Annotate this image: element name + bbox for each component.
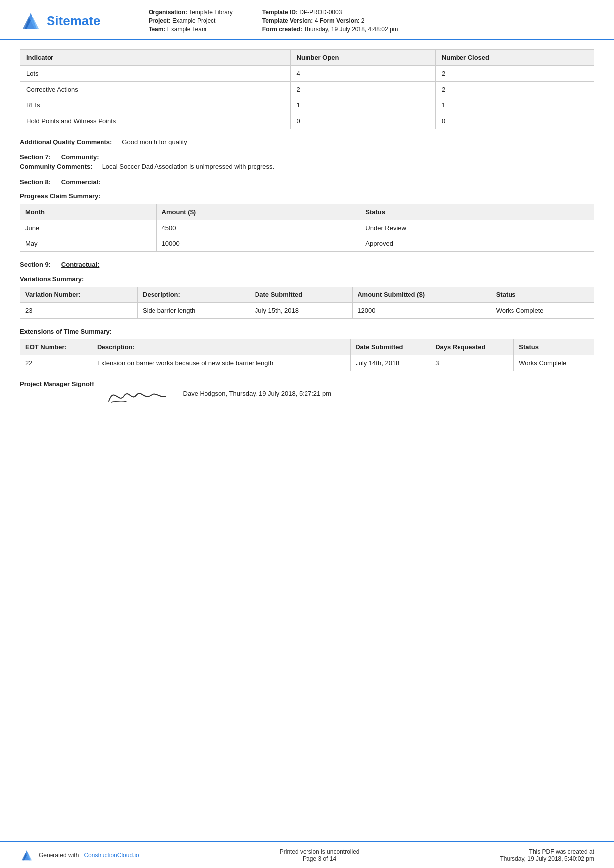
header: Sitemate Organisation: Template Library … (0, 0, 614, 40)
indicator-cell: Corrective Actions (20, 82, 291, 97)
var-num-cell: 23 (20, 303, 138, 319)
var-desc-cell: Side barrier length (138, 303, 250, 319)
footer-logo-icon (20, 848, 34, 862)
eot-desc-header: Description: (92, 339, 351, 355)
indicator-cell: RFIs (20, 97, 291, 113)
section9-header: Section 9: Contractual: (20, 261, 594, 268)
eot-status-cell: Works Complete (514, 355, 594, 371)
header-meta-left: Organisation: Template Library Project: … (149, 9, 233, 33)
signoff-row: Project Manager Signoff Dave Hodgson, Th… (20, 380, 594, 410)
amount-cell: 10000 (156, 236, 360, 252)
header-meta: Organisation: Template Library Project: … (129, 9, 594, 33)
form-created-line: Form created: Thursday, 19 July 2018, 4:… (262, 26, 398, 33)
indicator-table: Indicator Number Open Number Closed Lots… (20, 49, 594, 129)
month-cell: May (20, 236, 157, 252)
open-cell: 2 (290, 82, 435, 97)
table-row: Corrective Actions 2 2 (20, 82, 594, 97)
var-num-header: Variation Number: (20, 287, 138, 303)
table-row: May 10000 Approved (20, 236, 594, 252)
eot-date-cell: July 14th, 2018 (351, 355, 430, 371)
footer-generated-text: Generated with (39, 852, 79, 859)
eot-date-header: Date Submitted (351, 339, 430, 355)
var-date-cell: July 15th, 2018 (250, 303, 352, 319)
var-status-cell: Works Complete (491, 303, 594, 319)
table-row: Hold Points and Witness Points 0 0 (20, 113, 594, 129)
number-closed-col-header: Number Closed (435, 50, 594, 66)
status-cell: Under Review (360, 220, 594, 236)
sitemate-logo-icon (20, 10, 42, 32)
table-row: RFIs 1 1 (20, 97, 594, 113)
logo-area: Sitemate (20, 10, 129, 32)
variations-title: Variations Summary: (20, 275, 594, 283)
table-row: June 4500 Under Review (20, 220, 594, 236)
amount-cell: 4500 (156, 220, 360, 236)
org-line: Organisation: Template Library (149, 9, 233, 16)
main-content: Indicator Number Open Number Closed Lots… (0, 40, 614, 420)
open-cell: 1 (290, 97, 435, 113)
section7-header: Section 7: Community: (20, 153, 594, 161)
additional-quality-row: Additional Quality Comments: Good month … (20, 138, 594, 145)
footer-uncontrolled: Printed version is uncontrolled (280, 848, 359, 855)
eot-days-cell: 3 (430, 355, 514, 371)
progress-claim-title: Progress Claim Summary: (20, 193, 594, 200)
status-col-header: Status (360, 204, 594, 220)
community-comments-value: Local Soccer Dad Association is unimpres… (102, 163, 594, 170)
footer-page: Page 3 of 14 (280, 855, 359, 862)
eot-status-header: Status (514, 339, 594, 355)
header-meta-right: Template ID: DP-PROD-0003 Template Versi… (262, 9, 398, 33)
var-desc-header: Description: (138, 287, 250, 303)
signature-svg (104, 382, 168, 409)
eot-title: Extensions of Time Summary: (20, 328, 594, 335)
community-comments-row: Community Comments: Local Soccer Dad Ass… (20, 163, 594, 170)
status-cell: Approved (360, 236, 594, 252)
amount-col-header: Amount ($) (156, 204, 360, 220)
team-line: Team: Example Team (149, 26, 233, 33)
variations-table: Variation Number: Description: Date Subm… (20, 287, 594, 319)
closed-cell: 2 (435, 82, 594, 97)
number-open-col-header: Number Open (290, 50, 435, 66)
footer-left: Generated with ConstructionCloud.io (20, 848, 139, 862)
var-amount-header: Amount Submitted ($) (353, 287, 491, 303)
footer: Generated with ConstructionCloud.io Prin… (0, 841, 614, 868)
indicator-cell: Lots (20, 66, 291, 82)
indicator-cell: Hold Points and Witness Points (20, 113, 291, 129)
footer-link[interactable]: ConstructionCloud.io (84, 852, 139, 859)
var-amount-cell: 12000 (353, 303, 491, 319)
eot-table: EOT Number: Description: Date Submitted … (20, 339, 594, 371)
footer-center: Printed version is uncontrolled Page 3 o… (280, 848, 359, 862)
open-cell: 4 (290, 66, 435, 82)
closed-cell: 2 (435, 66, 594, 82)
logo-text: Sitemate (47, 13, 100, 29)
community-comments-label: Community Comments: (20, 163, 102, 170)
footer-pdf-created: This PDF was created at (500, 848, 594, 855)
progress-claim-table: Month Amount ($) Status June 4500 Under … (20, 204, 594, 252)
section8-header: Section 8: Commercial: (20, 178, 594, 186)
table-row: Lots 4 2 (20, 66, 594, 82)
footer-right: This PDF was created at Thursday, 19 Jul… (500, 848, 594, 862)
eot-num-header: EOT Number: (20, 339, 92, 355)
template-version-line: Template Version: 4 Form Version: 2 (262, 17, 398, 24)
var-status-header: Status (491, 287, 594, 303)
footer-pdf-date: Thursday, 19 July 2018, 5:40:02 pm (500, 855, 594, 862)
table-row: 23 Side barrier length July 15th, 2018 1… (20, 303, 594, 319)
month-col-header: Month (20, 204, 157, 220)
table-row: 22 Extension on barrier works because of… (20, 355, 594, 371)
template-id-line: Template ID: DP-PROD-0003 (262, 9, 398, 16)
var-date-header: Date Submitted (250, 287, 352, 303)
additional-quality-label: Additional Quality Comments: (20, 138, 122, 145)
open-cell: 0 (290, 113, 435, 129)
project-line: Project: Example Project (149, 17, 233, 24)
closed-cell: 0 (435, 113, 594, 129)
indicator-col-header: Indicator (20, 50, 291, 66)
additional-quality-value: Good month for quality (122, 138, 594, 145)
eot-desc-cell: Extension on barrier works because of ne… (92, 355, 351, 371)
eot-days-header: Days Requested (430, 339, 514, 355)
eot-num-cell: 22 (20, 355, 92, 371)
closed-cell: 1 (435, 97, 594, 113)
signature-image (104, 380, 173, 410)
signoff-label: Project Manager Signoff (20, 380, 104, 387)
signoff-value: Dave Hodgson, Thursday, 19 July 2018, 5:… (173, 380, 331, 397)
month-cell: June (20, 220, 157, 236)
